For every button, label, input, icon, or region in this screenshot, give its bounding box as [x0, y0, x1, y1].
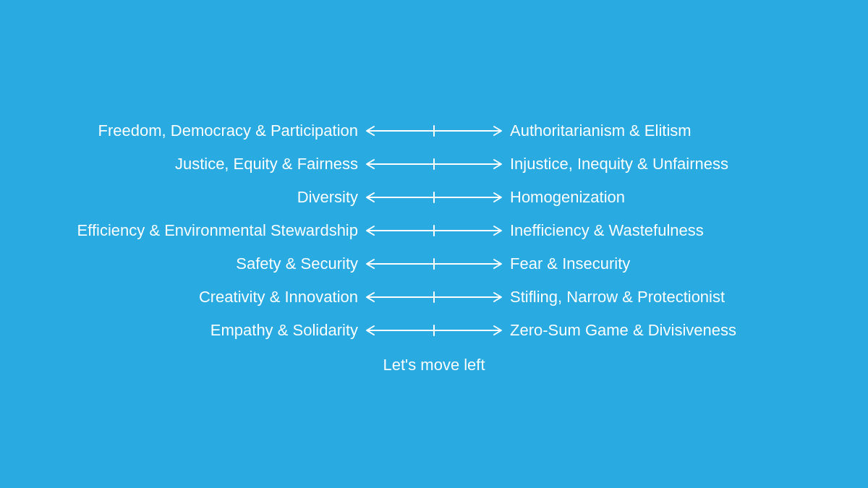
left-label-3: Diversity — [47, 188, 358, 207]
bidirectional-arrow-2 — [358, 157, 510, 171]
opposition-row-7: Empathy & Solidarity Zero-Sum Game & Div… — [47, 314, 821, 347]
main-container: Freedom, Democracy & Participation Autho… — [0, 114, 868, 374]
bidirectional-arrow-7 — [358, 323, 510, 338]
opposition-row-6: Creativity & Innovation Stifling, Narrow… — [47, 281, 821, 314]
bidirectional-arrow-1 — [358, 124, 510, 138]
right-label-5: Fear & Insecurity — [510, 254, 821, 273]
right-label-4: Inefficiency & Wastefulness — [510, 221, 821, 240]
bidirectional-arrow-6 — [358, 290, 510, 304]
right-label-2: Injustice, Inequity & Unfairness — [510, 155, 821, 174]
right-label-1: Authoritarianism & Elitism — [510, 121, 821, 140]
opposition-row-2: Justice, Equity & Fairness Injustice, In… — [47, 147, 821, 181]
opposition-row-5: Safety & Security Fear & Insecurity — [47, 247, 821, 281]
bidirectional-arrow-3 — [358, 190, 510, 205]
left-label-4: Efficiency & Environmental Stewardship — [47, 221, 358, 240]
right-label-7: Zero-Sum Game & Divisiveness — [510, 321, 821, 340]
left-label-5: Safety & Security — [47, 254, 358, 273]
bidirectional-arrow-4 — [358, 223, 510, 238]
right-label-6: Stifling, Narrow & Protectionist — [510, 288, 821, 307]
right-label-3: Homogenization — [510, 188, 821, 207]
opposition-row-1: Freedom, Democracy & Participation Autho… — [47, 114, 821, 147]
opposition-row-3: Diversity Homogenization — [47, 181, 821, 214]
left-label-6: Creativity & Innovation — [47, 288, 358, 307]
subtitle-text: Let's move left — [383, 356, 485, 374]
opposition-row-4: Efficiency & Environmental Stewardship I… — [47, 214, 821, 247]
left-label-2: Justice, Equity & Fairness — [47, 155, 358, 174]
bidirectional-arrow-5 — [358, 257, 510, 271]
left-label-7: Empathy & Solidarity — [47, 321, 358, 340]
left-label-1: Freedom, Democracy & Participation — [47, 121, 358, 140]
